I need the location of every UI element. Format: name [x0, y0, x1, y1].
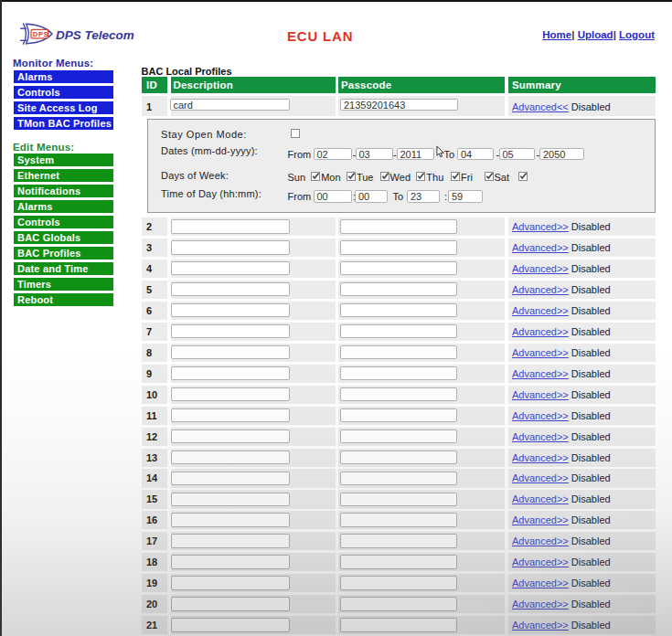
svg-text:DPS: DPS	[33, 30, 48, 38]
